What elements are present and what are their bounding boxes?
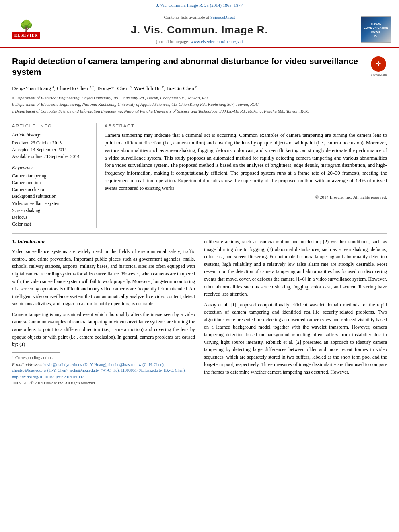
available-date: Available online 23 September 2014	[12, 153, 90, 160]
elsevier-label: ELSEVIER	[12, 32, 41, 39]
keyword-5: Video surveillance system	[12, 200, 90, 207]
affiliation-a: a Department of Electrical Engineering, …	[12, 95, 387, 101]
footnote-corresponding: * Corresponding author.	[12, 355, 195, 361]
footnote-divider	[12, 352, 60, 353]
affiliation-b: b Department of Electronic Engineering, …	[12, 101, 387, 108]
authors-line: Deng-Yuan Huang a, Chao-Ho Chen b,*, Tso…	[12, 84, 387, 92]
copyright-line: © 2014 Elsevier Inc. All rights reserved…	[105, 194, 387, 200]
body-para-2: Camera tampering is any sustained event …	[12, 311, 195, 348]
journal-logo-image: VISUAL COMMUNICATION IMAGE R.	[361, 16, 391, 43]
elsevier-tree-icon: 🌳	[19, 21, 33, 32]
citation-text: J. Vis. Commun. Image R. 25 (2014) 1865–…	[156, 3, 243, 8]
keyword-1: Camera tampering	[12, 173, 90, 179]
body-para-1: Video surveillance systems are widely us…	[12, 248, 195, 308]
body-right: deliberate actions, such as camera motio…	[204, 238, 387, 386]
crossmark: ✛ CrossMark	[371, 56, 387, 78]
main-divider	[12, 119, 387, 119]
article-info-label: ARTICLE INFO	[12, 123, 90, 129]
keyword-3: Camera occlusion	[12, 186, 90, 193]
keyword-4: Background subtraction	[12, 193, 90, 199]
left-col: ARTICLE INFO Article history: Received 2…	[12, 123, 97, 228]
issn-line: 1047-3203/© 2014 Elsevier Inc. All right…	[12, 380, 195, 386]
history-title: Article history:	[12, 131, 90, 138]
sciencedirect-link[interactable]: ScienceDirect	[210, 15, 235, 20]
doi-line[interactable]: http://dx.doi.org/10.1016/j.jvcir.2014.0…	[12, 374, 195, 380]
abstract-label: ABSTRACT	[105, 123, 387, 129]
keyword-2: Camera motion	[12, 179, 90, 186]
keyword-6: Screen shaking	[12, 207, 90, 214]
keyword-8: Color cast	[12, 221, 90, 227]
affiliations: a Department of Electrical Engineering, …	[12, 95, 387, 115]
body-divider	[12, 233, 387, 234]
journal-center: Contents lists available at ScienceDirec…	[44, 14, 355, 45]
abstract-text: Camera tampering may indicate that a cri…	[105, 131, 387, 192]
journal-header: 🌳 ELSEVIER Contents lists available at S…	[0, 10, 399, 48]
crossmark-icon: ✛	[371, 56, 386, 72]
homepage-link[interactable]: www.elsevier.com/locate/jvci	[190, 39, 243, 44]
crossmark-label: CrossMark	[371, 72, 387, 78]
journal-logo-right: VISUAL COMMUNICATION IMAGE R.	[355, 16, 391, 43]
footnote-email: E-mail addresses: kevin@mail.dyu.edu.tw …	[12, 362, 195, 374]
body-right-para-1: deliberate actions, such as camera motio…	[204, 238, 387, 298]
accepted-date: Accepted 14 September 2014	[12, 146, 90, 153]
right-col: ABSTRACT Camera tampering may indicate t…	[105, 123, 387, 228]
affiliation-c: c Department of Computer Science and Inf…	[12, 108, 387, 115]
paper-container: Rapid detection of camera tampering and …	[0, 48, 399, 394]
body-two-col: 1. Introduction Video surveillance syste…	[12, 238, 387, 386]
top-bar: J. Vis. Commun. Image R. 25 (2014) 1865–…	[0, 0, 399, 10]
journal-homepage: journal homepage: www.elsevier.com/locat…	[44, 39, 355, 45]
body-right-para-2: Aksay et al. [1] proposed computationall…	[204, 301, 387, 376]
keywords-title: Keywords:	[12, 164, 90, 171]
contents-line: Contents lists available at ScienceDirec…	[44, 14, 355, 21]
body-left: 1. Introduction Video surveillance syste…	[12, 238, 195, 386]
paper-title: Rapid detection of camera tampering and …	[12, 55, 367, 78]
received-date: Received 23 October 2013	[12, 140, 90, 146]
keywords-section: Keywords: Camera tampering Camera motion…	[12, 164, 90, 227]
two-col: ARTICLE INFO Article history: Received 2…	[12, 123, 387, 228]
keyword-7: Defocus	[12, 214, 90, 220]
article-history: Article history: Received 23 October 201…	[12, 131, 90, 160]
elsevier-logo: 🌳 ELSEVIER	[8, 21, 44, 39]
journal-title-main: J. Vis. Commun. Image R.	[44, 23, 355, 37]
section1-heading: 1. Introduction	[12, 238, 195, 245]
